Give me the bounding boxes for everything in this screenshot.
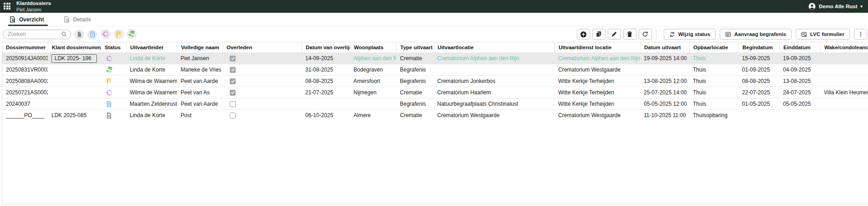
cell-status — [101, 64, 126, 76]
cell-woonplaats: Amersfoort — [350, 76, 396, 87]
cell-dossiernummer: ______PO____ — [2, 110, 48, 121]
cell-wake_condoleance_locatie — [820, 110, 868, 121]
column-header-label: Uitvaartdienst locatie — [559, 45, 611, 50]
column-header-label: Volledige naam — [181, 45, 219, 50]
cell-datum_van_overlijden: 31-08-2025 — [302, 64, 350, 76]
column-header-label: Begindatum — [742, 45, 772, 50]
status-flag-yellow-icon — [106, 78, 112, 84]
table-row[interactable]: ______PO____LDK 2025-085Linda de KortePo… — [2, 109, 868, 121]
cell-status — [101, 76, 126, 87]
cell-datum_van_overlijden: 21-07-2025 — [302, 87, 350, 98]
filter-document-blue-button[interactable] — [87, 30, 97, 40]
lvc-form-icon — [801, 31, 807, 37]
column-header-datum_uitvaart[interactable]: Datum uitvaart — [640, 42, 689, 52]
cell-begindatum: 01-09-2025 — [738, 64, 779, 76]
cell-opbaarlocatie: Thuis — [689, 76, 738, 87]
cell-volledige_naam: Marieke de Vries — [177, 64, 222, 76]
cell-overleden — [222, 64, 302, 76]
flag-yellow-icon — [116, 31, 122, 37]
cell-type_uitvaart: Crematie — [396, 87, 434, 98]
tab-label: Overzicht — [19, 16, 44, 23]
table-row[interactable]: 20250721AS00027Wilma de WaarnemerPeet va… — [2, 87, 868, 98]
overleden-checkbox[interactable] — [230, 78, 236, 84]
tab-details[interactable]: Details — [62, 13, 97, 26]
column-header-type_uitvaart[interactable]: Type uitvaart — [396, 42, 434, 52]
lvc-formulier-button[interactable]: LVC formulier — [796, 29, 850, 40]
button-label: LVC formulier — [810, 31, 844, 37]
overleden-checkbox[interactable] — [230, 101, 236, 107]
document-blue-icon — [90, 31, 96, 37]
column-header-einddatum[interactable]: Einddatum — [779, 42, 820, 52]
table-row[interactable]: 20250831VR00029Linda de KorteMarieke de … — [2, 64, 868, 75]
cell-opbaarlocatie: Thuisopbaring — [689, 110, 738, 121]
overleden-checkbox[interactable] — [230, 67, 236, 73]
tab-overzicht[interactable]: Overzicht — [8, 13, 50, 26]
cell-datum_uitvaart: 19-09-2025 14:00 — [640, 53, 689, 64]
column-header-uitvaartleider[interactable]: Uitvaartleider — [126, 42, 177, 52]
toolbar: Wijzig statusAanvraag begrafenisLVC form… — [0, 26, 868, 42]
column-header-begindatum[interactable]: Begindatum — [738, 42, 779, 52]
delete-button[interactable] — [623, 29, 636, 40]
column-header-uitvaartdienst_locatie[interactable]: Uitvaartdienst locatie — [555, 42, 640, 52]
cell-status — [101, 53, 126, 64]
wijzig-status-button[interactable]: Wijzig status — [664, 29, 716, 40]
filter-flag-yellow-button[interactable] — [114, 29, 124, 39]
cell-type_uitvaart: Begrafenis — [396, 98, 434, 110]
klant-dossiernummer-input[interactable]: LDK 2025- 186 — [51, 54, 97, 63]
cell-woonplaats: Bodegraven — [350, 64, 396, 76]
more-options-button[interactable] — [854, 29, 867, 40]
copy-button[interactable] — [592, 29, 606, 40]
coffin-hand-green-icon — [128, 30, 136, 37]
edit-icon — [611, 31, 617, 37]
cell-dossiernummer: 20240037 — [2, 98, 48, 110]
cell-type_uitvaart: Crematie — [396, 53, 434, 64]
add-button[interactable] — [577, 29, 590, 40]
cell-status — [101, 87, 126, 98]
cell-status — [101, 110, 126, 121]
column-header-overleden[interactable]: Overleden — [222, 42, 302, 52]
edit-button[interactable] — [608, 29, 621, 40]
app-grid-icon[interactable] — [4, 3, 11, 10]
filter-coffin-hand-green-button[interactable] — [127, 29, 137, 39]
refresh-button[interactable] — [639, 29, 652, 40]
column-header-status[interactable]: Status — [101, 42, 126, 52]
aanvraag-begrafenis-button[interactable]: Aanvraag begrafenis — [720, 29, 792, 40]
user-menu[interactable]: Demo Alle Rust ▾ — [808, 3, 863, 10]
cell-uitvaartdienst_locatie: Crematorium Alphen aan den Rijn — [555, 53, 640, 64]
filter-document-grey-button[interactable] — [74, 30, 84, 40]
table-row[interactable]: 20240037Maarten ZeldenrustPeet van Aarde… — [2, 98, 868, 109]
column-header-dossiernummer[interactable]: Dossiernummer — [2, 42, 48, 52]
add-icon — [580, 31, 587, 38]
column-header-wake_condoleance_locatie[interactable]: Wake/condoleance locatie — [820, 42, 868, 52]
cell-dossiernummer: 20250914JA00030 — [2, 53, 48, 64]
cell-overleden — [222, 53, 302, 64]
cell-uitvaartdienst_locatie: Witte Kerkje Terheijden — [555, 98, 640, 110]
cell-dossiernummer: 20250721AS00027 — [2, 87, 48, 98]
cell-datum_uitvaart: 13-08-2025 12:00 — [640, 76, 689, 87]
cell-datum_van_overlijden — [302, 98, 350, 110]
overleden-checkbox[interactable] — [230, 56, 236, 62]
column-header-klant_dossiernummer[interactable]: Klant dossiernummer — [48, 42, 101, 52]
overleden-checkbox[interactable] — [230, 113, 236, 118]
column-header-woonplaats[interactable]: Woonplaats — [350, 42, 396, 52]
refresh-icon — [642, 31, 648, 37]
table-row[interactable]: 20250808AA00028Wilma de WaarnemerPeet va… — [2, 75, 868, 87]
status-spinner-purple-icon — [106, 89, 113, 96]
column-header-label: Type uitvaart — [400, 45, 433, 50]
table-row[interactable]: 20250914JA00030LDK 2025- 186Linda de Kor… — [2, 52, 868, 64]
column-header-label: Datum van overlijden — [306, 45, 350, 50]
cell-klant_dossiernummer — [48, 76, 101, 87]
button-label: Wijzig status — [678, 31, 710, 37]
column-header-uitvaartlocatie[interactable]: Uitvaartlocatie — [434, 42, 555, 52]
column-header-datum_van_overlijden[interactable]: Datum van overlijden — [302, 42, 350, 52]
tab-label: Details — [73, 16, 91, 23]
page-title: Klantdossiers — [16, 0, 51, 6]
cell-uitvaartleider: Maarten Zeldenrust — [126, 98, 177, 110]
column-header-label: Woonplaats — [354, 45, 384, 50]
column-header-volledige_naam[interactable]: Volledige naam — [177, 42, 222, 52]
cell-klant_dossiernummer — [48, 98, 101, 110]
overleden-checkbox[interactable] — [230, 90, 236, 96]
filter-spinner-purple-button[interactable] — [101, 29, 111, 39]
column-header-opbaarlocatie[interactable]: Opbaarlocatie — [689, 42, 738, 52]
cell-uitvaartleider: Linda de Korte — [126, 64, 177, 76]
